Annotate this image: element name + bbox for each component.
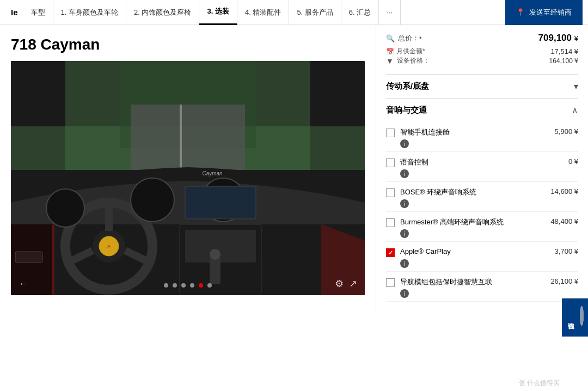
svg-point-14 bbox=[131, 178, 174, 222]
left-panel: 718 Cayman bbox=[0, 25, 376, 311]
price-summary: 🔍 总价：• 709,100 ¥ 📅 月供金额* 17,514 ¥ bbox=[386, 33, 578, 65]
drivetrain-section-header[interactable]: 传动系/底盘 ▾ bbox=[386, 74, 578, 98]
watermark: 值 什么值得买 bbox=[519, 378, 560, 388]
option-smartphone-info-row: i bbox=[386, 139, 578, 148]
carousel-dot-1[interactable] bbox=[164, 283, 168, 288]
chevron-down-icon: ▼ bbox=[386, 57, 394, 65]
carousel-dot-2[interactable] bbox=[173, 283, 177, 288]
nav-item-summary[interactable]: 6. 汇总 bbox=[341, 0, 379, 25]
send-to-dealer-button[interactable]: 📍 发送至经销商 bbox=[505, 0, 583, 25]
option-navigation-name: 导航模组包括保时捷智慧互联 bbox=[400, 277, 545, 287]
nav-brand: Ie bbox=[5, 8, 23, 17]
share-icon[interactable]: ↗ bbox=[349, 278, 357, 290]
audio-chevron-icon: ∧ bbox=[572, 105, 578, 115]
nav-item-color-wheel[interactable]: 1. 车身颜色及车轮 bbox=[53, 0, 126, 25]
nav-more[interactable]: ··· bbox=[379, 0, 401, 25]
checkbox-smartphone-dock[interactable] bbox=[386, 129, 395, 137]
option-burmester: Burmester® 高端环绕声音响系统 48,400 ¥ i bbox=[386, 212, 578, 242]
car-interior-image: P bbox=[11, 61, 365, 295]
nav-item-services[interactable]: 5. 服务产品 bbox=[289, 0, 341, 25]
checkbox-apple-carplay[interactable] bbox=[386, 248, 395, 257]
checkbox-burmester[interactable] bbox=[386, 218, 395, 227]
total-label: 🔍 总价：• bbox=[386, 33, 422, 43]
info-icon-carplay[interactable]: i bbox=[400, 259, 409, 268]
nav-item-accessories[interactable]: 4. 精装配件 bbox=[237, 0, 289, 25]
carousel-dot-3[interactable] bbox=[181, 283, 186, 288]
checkbox-voice-control[interactable] bbox=[386, 158, 395, 167]
view-3d-icon[interactable]: ⚙ bbox=[335, 278, 344, 290]
car-image: P bbox=[11, 61, 365, 295]
carousel-prev-button[interactable]: ← bbox=[19, 278, 28, 290]
option-burmester-info-row: i bbox=[386, 229, 578, 238]
svg-rect-17 bbox=[185, 230, 256, 262]
nav-item-model[interactable]: 车型 bbox=[23, 0, 53, 25]
monthly-row: 📅 月供金额* 17,514 ¥ bbox=[386, 47, 578, 56]
drivetrain-section-title: 传动系/底盘 bbox=[386, 81, 429, 91]
monthly-value: 17,514 ¥ bbox=[550, 47, 578, 56]
checkbox-navigation[interactable] bbox=[386, 278, 395, 287]
main-content: 718 Cayman bbox=[0, 25, 588, 311]
option-smartphone-price: 5,900 ¥ bbox=[555, 127, 578, 136]
option-navigation-row: 导航模组包括保时捷智慧互联 26,100 ¥ bbox=[386, 277, 578, 287]
info-icon-voice[interactable]: i bbox=[400, 169, 409, 178]
location-icon: 📍 bbox=[516, 8, 525, 16]
option-bose: BOSE® 环绕声音响系统 14,600 ¥ i bbox=[386, 182, 578, 212]
svg-rect-4 bbox=[131, 105, 245, 170]
option-navigation: 导航模组包括保时捷智慧互联 26,100 ¥ i bbox=[386, 272, 578, 302]
info-icon-bose[interactable]: i bbox=[400, 199, 409, 208]
option-carplay-name: Apple® CarPlay bbox=[400, 247, 549, 255]
option-carplay-price: 3,700 ¥ bbox=[555, 247, 578, 255]
option-bose-name: BOSE® 环绕声音响系统 bbox=[400, 187, 545, 197]
carousel-dot-4[interactable] bbox=[190, 283, 194, 288]
audio-section-header[interactable]: 音响与交通 ∧ bbox=[386, 98, 578, 122]
total-price-row: 🔍 总价：• 709,100 ¥ bbox=[386, 33, 578, 44]
info-icon-smartphone[interactable]: i bbox=[400, 139, 409, 148]
option-voice-price: 0 ¥ bbox=[568, 157, 578, 166]
option-burmester-name: Burmester® 高端环绕声音响系统 bbox=[400, 217, 545, 227]
top-navigation: Ie 车型 1. 车身颜色及车轮 2. 内饰颜色及座椅 3. 选装 4. 精装配… bbox=[0, 0, 588, 25]
search-icon[interactable]: 🔍 bbox=[386, 34, 395, 42]
car-title: 718 Cayman bbox=[11, 36, 365, 53]
option-smartphone-dock: 智能手机连接舱 5,900 ¥ i bbox=[386, 122, 578, 152]
monthly-label: 📅 月供金额* bbox=[386, 47, 425, 56]
carousel-dots bbox=[164, 283, 212, 288]
svg-rect-21 bbox=[15, 252, 42, 262]
option-carplay-row: Apple® CarPlay 3,700 ¥ bbox=[386, 247, 578, 257]
svg-rect-22 bbox=[185, 186, 256, 219]
option-carplay-info-row: i bbox=[386, 259, 578, 268]
option-voice-control: 语音控制 0 ¥ i bbox=[386, 152, 578, 182]
info-icon-burmester[interactable]: i bbox=[400, 229, 409, 238]
option-bose-info-row: i bbox=[386, 199, 578, 208]
chat-avatar bbox=[580, 306, 584, 326]
carousel-dot-6[interactable] bbox=[207, 283, 212, 288]
chat-widget[interactable]: 在线咨询 bbox=[562, 298, 588, 337]
svg-point-19 bbox=[210, 249, 220, 260]
option-smartphone-row: 智能手机连接舱 5,900 ¥ bbox=[386, 127, 578, 137]
audio-options-list: 智能手机连接舱 5,900 ¥ i 语音控制 0 ¥ bbox=[386, 122, 578, 306]
option-burmester-price: 48,400 ¥ bbox=[550, 217, 578, 225]
cta-label: 发送至经销商 bbox=[529, 8, 572, 17]
svg-text:Cayman: Cayman bbox=[202, 170, 223, 176]
info-icon-navigation[interactable]: i bbox=[400, 289, 409, 298]
svg-rect-5 bbox=[180, 105, 182, 170]
option-navigation-price: 26,100 ¥ bbox=[550, 277, 578, 285]
total-value: 709,100 ¥ bbox=[538, 33, 578, 44]
option-voice-row: 语音控制 0 ¥ bbox=[386, 157, 578, 167]
carousel-icons: ⚙ ↗ bbox=[335, 278, 357, 290]
option-voice-info-row: i bbox=[386, 169, 578, 178]
carousel-dot-5[interactable] bbox=[199, 283, 203, 288]
equipment-price-row[interactable]: ▼ 设备价格： 164,100 ¥ bbox=[386, 56, 578, 65]
nav-item-interior[interactable]: 2. 内饰颜色及座椅 bbox=[126, 0, 199, 25]
svg-point-13 bbox=[46, 189, 84, 227]
option-bose-price: 14,600 ¥ bbox=[550, 187, 578, 196]
svg-text:P: P bbox=[107, 245, 111, 249]
option-bose-row: BOSE® 环绕声音响系统 14,600 ¥ bbox=[386, 187, 578, 197]
option-burmester-row: Burmester® 高端环绕声音响系统 48,400 ¥ bbox=[386, 217, 578, 227]
option-navigation-info-row: i bbox=[386, 289, 578, 298]
svg-rect-18 bbox=[210, 257, 220, 284]
nav-item-options[interactable]: 3. 选装 bbox=[199, 0, 237, 25]
right-panel: 🔍 总价：• 709,100 ¥ 📅 月供金额* 17,514 ¥ bbox=[376, 25, 588, 311]
calendar-icon: 📅 bbox=[386, 48, 394, 56]
checkbox-bose[interactable] bbox=[386, 188, 395, 197]
option-smartphone-name: 智能手机连接舱 bbox=[400, 127, 549, 137]
